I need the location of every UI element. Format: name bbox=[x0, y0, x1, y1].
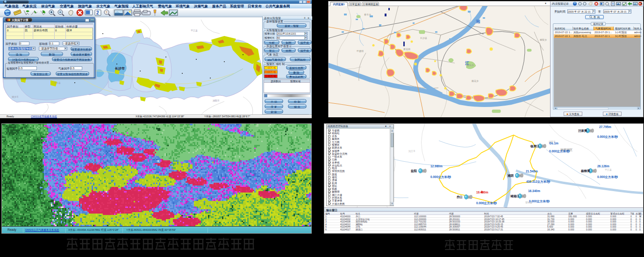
svg-text:湘: 湘 bbox=[476, 19, 480, 24]
svg-text:2: 2 bbox=[96, 10, 99, 15]
svg-text:平江县: 平江县 bbox=[191, 29, 198, 32]
svg-text:榔梨乡: 榔梨乡 bbox=[540, 38, 547, 41]
svg-text:长沙市: 长沙市 bbox=[114, 66, 125, 71]
svg-text:R: R bbox=[612, 2, 614, 6]
svg-text:湘乡市: 湘乡市 bbox=[12, 95, 19, 99]
svg-text:雨花乡: 雨花乡 bbox=[472, 79, 479, 83]
svg-text:长沙县: 长沙县 bbox=[420, 36, 427, 40]
svg-text:春华乡: 春华乡 bbox=[364, 13, 371, 16]
svg-text:?: ? bbox=[106, 10, 108, 14]
svg-text:宁乡县: 宁乡县 bbox=[54, 81, 61, 84]
svg-text:平江县: 平江县 bbox=[605, 168, 612, 171]
svg-text:黄花镇: 黄花镇 bbox=[403, 48, 410, 51]
svg-text:浏阳市: 浏阳市 bbox=[213, 99, 220, 102]
svg-text:坪塘镇: 坪塘镇 bbox=[356, 50, 364, 52]
svg-text:跳马乡: 跳马乡 bbox=[467, 64, 474, 67]
svg-text:沅江市: 沅江市 bbox=[408, 150, 415, 153]
